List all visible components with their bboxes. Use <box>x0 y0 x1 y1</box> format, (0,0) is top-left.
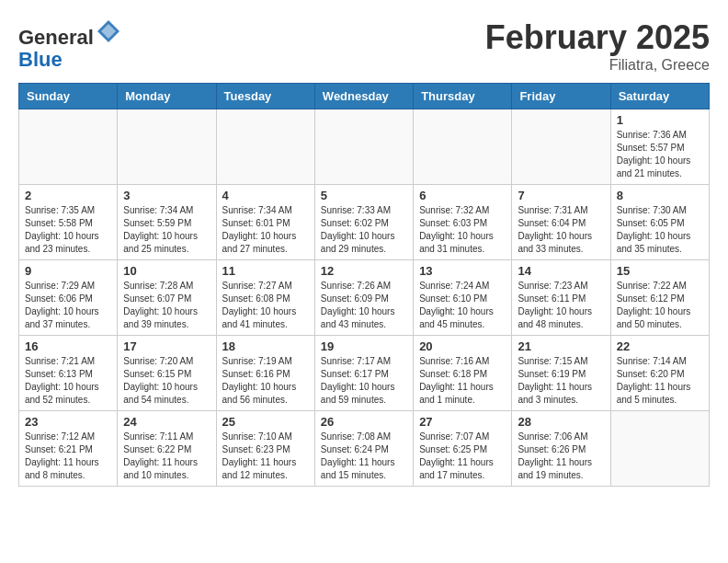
calendar-week-5: 23Sunrise: 7:12 AM Sunset: 6:21 PM Dayli… <box>19 411 710 487</box>
day-info: Sunrise: 7:22 AM Sunset: 6:12 PM Dayligh… <box>617 280 703 331</box>
calendar-cell <box>19 109 118 185</box>
day-info: Sunrise: 7:30 AM Sunset: 6:05 PM Dayligh… <box>617 204 703 256</box>
calendar-cell: 11Sunrise: 7:27 AM Sunset: 6:08 PM Dayli… <box>216 260 314 336</box>
day-info: Sunrise: 7:24 AM Sunset: 6:10 PM Dayligh… <box>419 280 506 331</box>
day-info: Sunrise: 7:12 AM Sunset: 6:21 PM Dayligh… <box>25 431 111 482</box>
calendar-cell: 18Sunrise: 7:19 AM Sunset: 6:16 PM Dayli… <box>216 336 314 411</box>
month-title: February 2025 <box>485 18 710 57</box>
calendar-cell: 23Sunrise: 7:12 AM Sunset: 6:21 PM Dayli… <box>19 411 118 487</box>
weekday-row: SundayMondayTuesdayWednesdayThursdayFrid… <box>19 84 710 109</box>
day-number: 15 <box>617 264 703 278</box>
day-info: Sunrise: 7:16 AM Sunset: 6:18 PM Dayligh… <box>419 355 506 407</box>
day-number: 4 <box>222 189 309 202</box>
day-number: 27 <box>419 415 506 429</box>
day-info: Sunrise: 7:28 AM Sunset: 6:07 PM Dayligh… <box>123 280 210 331</box>
calendar-cell: 14Sunrise: 7:23 AM Sunset: 6:11 PM Dayli… <box>512 260 610 336</box>
day-info: Sunrise: 7:19 AM Sunset: 6:16 PM Dayligh… <box>222 355 309 407</box>
day-number: 3 <box>123 189 210 202</box>
day-number: 13 <box>419 264 506 278</box>
calendar-cell: 2Sunrise: 7:35 AM Sunset: 5:58 PM Daylig… <box>19 185 118 260</box>
calendar-week-2: 2Sunrise: 7:35 AM Sunset: 5:58 PM Daylig… <box>19 185 710 260</box>
weekday-header-tuesday: Tuesday <box>216 84 314 109</box>
day-info: Sunrise: 7:34 AM Sunset: 5:59 PM Dayligh… <box>123 204 210 256</box>
day-number: 5 <box>321 189 407 202</box>
logo: General Blue <box>18 18 121 71</box>
logo-icon <box>96 18 121 44</box>
calendar-cell <box>512 109 610 185</box>
day-number: 1 <box>617 113 703 127</box>
calendar-cell: 21Sunrise: 7:15 AM Sunset: 6:19 PM Dayli… <box>512 336 610 411</box>
day-number: 7 <box>518 189 604 202</box>
title-block: February 2025 Filiatra, Greece <box>485 18 710 74</box>
calendar-week-4: 16Sunrise: 7:21 AM Sunset: 6:13 PM Dayli… <box>19 336 710 411</box>
calendar-cell: 6Sunrise: 7:32 AM Sunset: 6:03 PM Daylig… <box>414 185 512 260</box>
calendar-cell: 28Sunrise: 7:06 AM Sunset: 6:26 PM Dayli… <box>512 411 610 487</box>
calendar-cell: 24Sunrise: 7:11 AM Sunset: 6:22 PM Dayli… <box>118 411 216 487</box>
calendar-cell: 8Sunrise: 7:30 AM Sunset: 6:05 PM Daylig… <box>610 185 709 260</box>
day-number: 21 <box>518 339 604 353</box>
calendar-cell: 7Sunrise: 7:31 AM Sunset: 6:04 PM Daylig… <box>512 185 610 260</box>
day-info: Sunrise: 7:29 AM Sunset: 6:06 PM Dayligh… <box>25 280 111 331</box>
calendar-week-1: 1Sunrise: 7:36 AM Sunset: 5:57 PM Daylig… <box>19 109 710 185</box>
day-number: 26 <box>321 415 407 429</box>
calendar-table: SundayMondayTuesdayWednesdayThursdayFrid… <box>18 83 710 487</box>
day-number: 22 <box>617 339 703 353</box>
logo-general: General <box>18 26 94 49</box>
day-info: Sunrise: 7:14 AM Sunset: 6:20 PM Dayligh… <box>617 355 703 407</box>
day-info: Sunrise: 7:15 AM Sunset: 6:19 PM Dayligh… <box>518 355 604 407</box>
weekday-header-wednesday: Wednesday <box>314 84 413 109</box>
day-info: Sunrise: 7:21 AM Sunset: 6:13 PM Dayligh… <box>25 355 111 407</box>
calendar-cell: 3Sunrise: 7:34 AM Sunset: 5:59 PM Daylig… <box>118 185 216 260</box>
logo-blue-text: Blue <box>18 49 121 71</box>
day-number: 23 <box>25 415 111 429</box>
calendar-header: SundayMondayTuesdayWednesdayThursdayFrid… <box>19 84 710 109</box>
day-info: Sunrise: 7:10 AM Sunset: 6:23 PM Dayligh… <box>222 431 309 482</box>
weekday-header-sunday: Sunday <box>19 84 118 109</box>
day-number: 11 <box>222 264 309 278</box>
day-info: Sunrise: 7:17 AM Sunset: 6:17 PM Dayligh… <box>321 355 407 407</box>
weekday-header-friday: Friday <box>512 84 610 109</box>
day-info: Sunrise: 7:36 AM Sunset: 5:57 PM Dayligh… <box>617 129 703 180</box>
weekday-header-saturday: Saturday <box>610 84 709 109</box>
day-number: 12 <box>321 264 407 278</box>
location: Filiatra, Greece <box>485 57 710 74</box>
calendar-cell: 19Sunrise: 7:17 AM Sunset: 6:17 PM Dayli… <box>314 336 413 411</box>
day-info: Sunrise: 7:33 AM Sunset: 6:02 PM Dayligh… <box>321 204 407 256</box>
day-number: 9 <box>25 264 111 278</box>
calendar-week-3: 9Sunrise: 7:29 AM Sunset: 6:06 PM Daylig… <box>19 260 710 336</box>
day-info: Sunrise: 7:11 AM Sunset: 6:22 PM Dayligh… <box>123 431 210 482</box>
logo-blue: Blue <box>18 48 63 71</box>
day-number: 20 <box>419 339 506 353</box>
day-info: Sunrise: 7:23 AM Sunset: 6:11 PM Dayligh… <box>518 280 604 331</box>
calendar-cell <box>216 109 314 185</box>
calendar-cell: 1Sunrise: 7:36 AM Sunset: 5:57 PM Daylig… <box>610 109 709 185</box>
calendar-cell: 25Sunrise: 7:10 AM Sunset: 6:23 PM Dayli… <box>216 411 314 487</box>
calendar-cell <box>414 109 512 185</box>
calendar-cell: 13Sunrise: 7:24 AM Sunset: 6:10 PM Dayli… <box>414 260 512 336</box>
day-info: Sunrise: 7:31 AM Sunset: 6:04 PM Dayligh… <box>518 204 604 256</box>
day-number: 16 <box>25 339 111 353</box>
day-number: 6 <box>419 189 506 202</box>
logo-text: General <box>18 18 121 49</box>
day-number: 17 <box>123 339 210 353</box>
day-number: 8 <box>617 189 703 202</box>
page-header: General Blue February 2025 Filiatra, Gre… <box>18 18 710 74</box>
calendar-cell: 10Sunrise: 7:28 AM Sunset: 6:07 PM Dayli… <box>118 260 216 336</box>
day-info: Sunrise: 7:35 AM Sunset: 5:58 PM Dayligh… <box>25 204 111 256</box>
calendar-cell: 20Sunrise: 7:16 AM Sunset: 6:18 PM Dayli… <box>414 336 512 411</box>
weekday-header-thursday: Thursday <box>414 84 512 109</box>
day-number: 24 <box>123 415 210 429</box>
calendar-cell <box>118 109 216 185</box>
day-info: Sunrise: 7:08 AM Sunset: 6:24 PM Dayligh… <box>321 431 407 482</box>
calendar-cell: 16Sunrise: 7:21 AM Sunset: 6:13 PM Dayli… <box>19 336 118 411</box>
day-number: 19 <box>321 339 407 353</box>
day-number: 14 <box>518 264 604 278</box>
calendar-cell: 26Sunrise: 7:08 AM Sunset: 6:24 PM Dayli… <box>314 411 413 487</box>
calendar-body: 1Sunrise: 7:36 AM Sunset: 5:57 PM Daylig… <box>19 109 710 487</box>
calendar-cell: 12Sunrise: 7:26 AM Sunset: 6:09 PM Dayli… <box>314 260 413 336</box>
day-info: Sunrise: 7:32 AM Sunset: 6:03 PM Dayligh… <box>419 204 506 256</box>
day-number: 28 <box>518 415 604 429</box>
day-number: 10 <box>123 264 210 278</box>
day-info: Sunrise: 7:06 AM Sunset: 6:26 PM Dayligh… <box>518 431 604 482</box>
day-info: Sunrise: 7:07 AM Sunset: 6:25 PM Dayligh… <box>419 431 506 482</box>
